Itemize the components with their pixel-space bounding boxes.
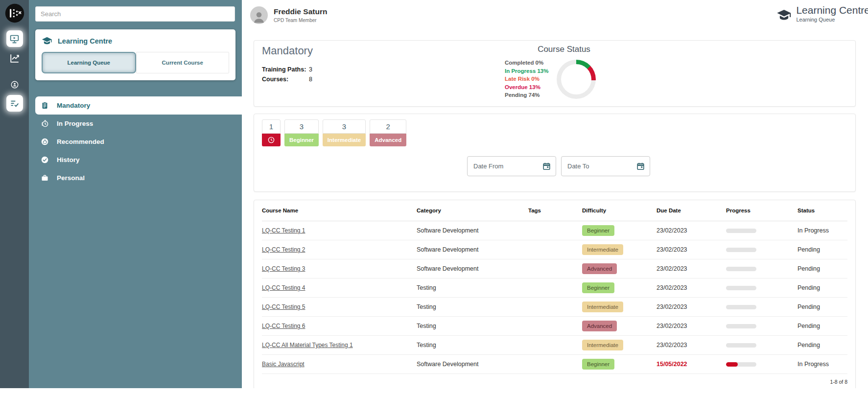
sidebar-item-in-progress[interactable]: In Progress <box>29 115 242 133</box>
status-cell: In Progress <box>798 361 847 368</box>
course-link[interactable]: LQ-CC All Material Types Testing 1 <box>262 342 353 349</box>
sidebar-item-recommended[interactable]: Recommended <box>29 133 242 151</box>
course-status-panel: Course Status Completed 0%In Progress 13… <box>505 45 623 99</box>
stat-value: 3 <box>309 66 312 73</box>
sidebar-item-label: Personal <box>57 174 85 182</box>
learning-centre-card: Learning Centre Learning QueueCurrent Co… <box>35 29 235 80</box>
page-header: Freddie Saturn CPD Team Member Learning … <box>242 0 868 30</box>
tab-current-course[interactable]: Current Course <box>136 52 230 73</box>
brand-graduation-cap-icon <box>776 8 792 23</box>
table-row: LQ-CC Testing 2Software DevelopmentInter… <box>262 240 847 259</box>
due-date-cell: 23/02/2023 <box>657 303 726 310</box>
rail-presentation-icon[interactable] <box>6 30 23 47</box>
category-cell: Testing <box>417 303 528 310</box>
clock-icon <box>262 134 281 146</box>
table-row: LQ-CC Testing 1Software DevelopmentBegin… <box>262 221 847 240</box>
stat-label: Training Paths: <box>262 66 309 73</box>
table-row: LQ-CC All Material Types Testing 1Testin… <box>262 336 847 355</box>
rail-analytics-icon[interactable] <box>6 53 23 64</box>
badge-label: Advanced <box>370 134 406 146</box>
icon-rail <box>0 0 29 388</box>
badge-count: 3 <box>323 119 366 134</box>
progress-bar <box>726 362 756 367</box>
stat-row: Training Paths:3 <box>262 66 312 73</box>
course-link[interactable]: LQ-CC Testing 6 <box>262 323 305 329</box>
due-date-cell: 23/02/2023 <box>657 284 726 291</box>
difficulty-pill: Beginner <box>582 282 614 293</box>
legend-item: Completed 0% <box>505 59 548 67</box>
brand-subtitle: Learning Queue <box>796 17 868 23</box>
sidebar-item-mandatory[interactable]: Mandatory <box>35 96 242 115</box>
badge-count: 3 <box>284 119 319 134</box>
course-link[interactable]: LQ-CC Testing 1 <box>262 227 305 234</box>
difficulty-pill: Intermediate <box>582 340 623 350</box>
brand-title: Learning Centre <box>796 4 868 16</box>
sidebar-item-personal[interactable]: Personal <box>29 169 242 187</box>
progress-fill <box>726 362 738 367</box>
summary-title: Mandatory <box>262 45 313 57</box>
course-link[interactable]: LQ-CC Testing 3 <box>262 265 305 272</box>
due-date-cell: 23/02/2023 <box>657 227 726 234</box>
due-date-cell: 15/05/2022 <box>657 361 726 368</box>
calendar-icon[interactable] <box>636 162 645 171</box>
check-circle-icon <box>41 156 49 164</box>
category-cell: Testing <box>417 284 528 291</box>
column-header-status: Status <box>798 208 847 213</box>
column-header-progress: Progress <box>726 208 798 213</box>
course-link[interactable]: LQ-CC Testing 2 <box>262 246 305 253</box>
due-date-cell: 23/02/2023 <box>657 265 726 272</box>
difficulty-pill: Beginner <box>582 359 614 370</box>
stat-value: 8 <box>309 76 312 83</box>
category-cell: Software Development <box>417 246 528 253</box>
legend-item: Late Risk 0% <box>505 75 548 83</box>
course-link[interactable]: LQ-CC Testing 5 <box>262 303 305 310</box>
column-header-tags: Tags <box>528 208 582 213</box>
graduation-cap-icon <box>42 36 52 46</box>
progress-bar <box>726 229 756 233</box>
courses-table-card: Course NameCategoryTagsDifficultyDue Dat… <box>254 200 856 388</box>
progress-bar <box>726 286 756 290</box>
calendar-icon[interactable] <box>542 162 551 171</box>
filter-card: 13Beginner3Intermediate2Advanced <box>254 114 856 192</box>
tab-learning-queue[interactable]: Learning Queue <box>42 52 136 73</box>
filter-badge-beginner[interactable]: 3Beginner <box>284 119 319 146</box>
sidebar-item-history[interactable]: History <box>29 151 242 169</box>
difficulty-pill: Advanced <box>582 263 617 274</box>
status-cell: Pending <box>798 303 847 310</box>
status-cell: Pending <box>798 265 847 272</box>
filter-badges: 13Beginner3Intermediate2Advanced <box>262 119 406 146</box>
sidebar-item-label: History <box>57 156 80 163</box>
table-footer: 1-8 of 8 <box>262 374 847 388</box>
table-row: LQ-CC Testing 6TestingAdvanced23/02/2023… <box>262 317 847 336</box>
difficulty-pill: Intermediate <box>582 302 623 312</box>
difficulty-pill: Beginner <box>582 225 614 236</box>
main-content: Freddie Saturn CPD Team Member Learning … <box>242 0 868 388</box>
course-link[interactable]: LQ-CC Testing 4 <box>262 284 305 291</box>
progress-bar <box>726 324 756 328</box>
app-logo[interactable] <box>4 3 25 23</box>
progress-bar <box>726 305 756 309</box>
date-from-field <box>467 156 556 176</box>
table-header: Course NameCategoryTagsDifficultyDue Dat… <box>262 200 847 221</box>
filter-badge-overdue[interactable]: 1 <box>262 119 281 146</box>
rail-community-icon[interactable] <box>6 80 23 89</box>
table-row: Basic JavascriptSoftware DevelopmentBegi… <box>262 355 847 374</box>
sidebar-item-label: In Progress <box>57 120 93 127</box>
progress-bar <box>726 267 756 271</box>
progress-bar <box>726 343 756 348</box>
badge-count: 2 <box>370 119 406 134</box>
difficulty-pill: Advanced <box>582 321 617 331</box>
table-row: LQ-CC Testing 3Software DevelopmentAdvan… <box>262 259 847 279</box>
timer-icon <box>41 119 49 128</box>
sidebar-item-label: Recommended <box>57 138 104 145</box>
filter-badge-intermediate[interactable]: 3Intermediate <box>323 119 366 146</box>
filter-badge-advanced[interactable]: 2Advanced <box>370 119 406 146</box>
difficulty-pill: Intermediate <box>582 244 623 255</box>
sidebar: Learning Centre Learning QueueCurrent Co… <box>29 0 242 388</box>
search-input[interactable] <box>35 6 235 22</box>
status-cell: In Progress <box>798 227 847 234</box>
rail-task-list-icon[interactable] <box>6 95 23 112</box>
table-row: LQ-CC Testing 5TestingIntermediate23/02/… <box>262 298 847 317</box>
status-cell: Pending <box>798 323 847 329</box>
course-link[interactable]: Basic Javascript <box>262 361 305 368</box>
